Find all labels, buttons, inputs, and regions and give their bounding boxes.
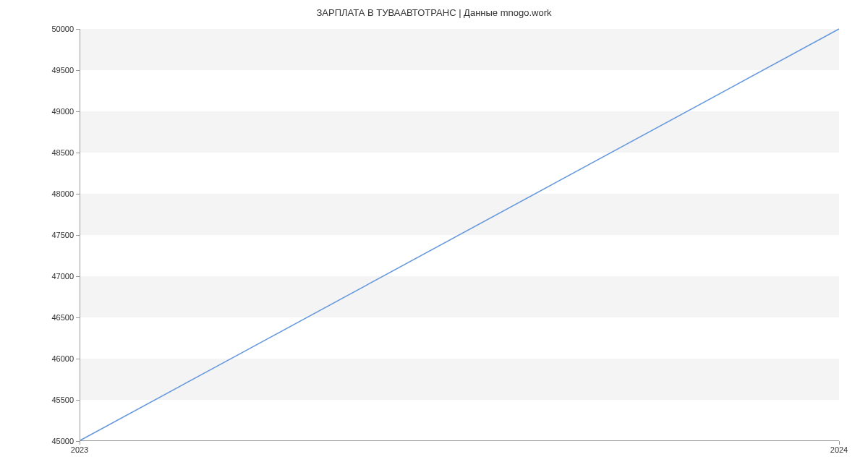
y-tick-label: 47000 (38, 272, 74, 281)
y-tick-mark (76, 153, 80, 153)
x-tick-mark (839, 441, 840, 445)
y-tick-label: 45500 (38, 396, 74, 404)
y-tick-label: 45000 (38, 437, 74, 445)
y-tick-mark (76, 70, 80, 71)
y-tick-label: 46000 (38, 354, 74, 363)
y-tick-mark (76, 235, 80, 236)
chart-container: ЗАРПЛАТА В ТУВААВТОТРАНС | Данные mnogo.… (0, 0, 868, 470)
y-tick-mark (76, 400, 80, 401)
y-tick-label: 48500 (38, 148, 74, 157)
y-tick-mark (76, 359, 80, 359)
y-tick-label: 48000 (38, 189, 74, 198)
y-tick-mark (76, 111, 80, 112)
x-tick-mark (80, 441, 80, 445)
y-tick-label: 49000 (38, 107, 74, 116)
y-tick-label: 47500 (38, 231, 74, 239)
y-tick-label: 46500 (38, 313, 74, 322)
y-tick-label: 49500 (38, 66, 74, 74)
line-svg (80, 29, 839, 440)
y-tick-mark (76, 194, 80, 195)
data-line (80, 29, 839, 440)
x-tick-label: 2023 (71, 445, 88, 454)
y-tick-mark (76, 276, 80, 277)
y-tick-mark (76, 29, 80, 30)
chart-title: ЗАРПЛАТА В ТУВААВТОТРАНС | Данные mnogo.… (0, 7, 868, 18)
plot-area (80, 29, 839, 441)
y-tick-label: 50000 (38, 25, 74, 33)
y-tick-mark (76, 317, 80, 318)
x-tick-label: 2024 (830, 445, 848, 454)
